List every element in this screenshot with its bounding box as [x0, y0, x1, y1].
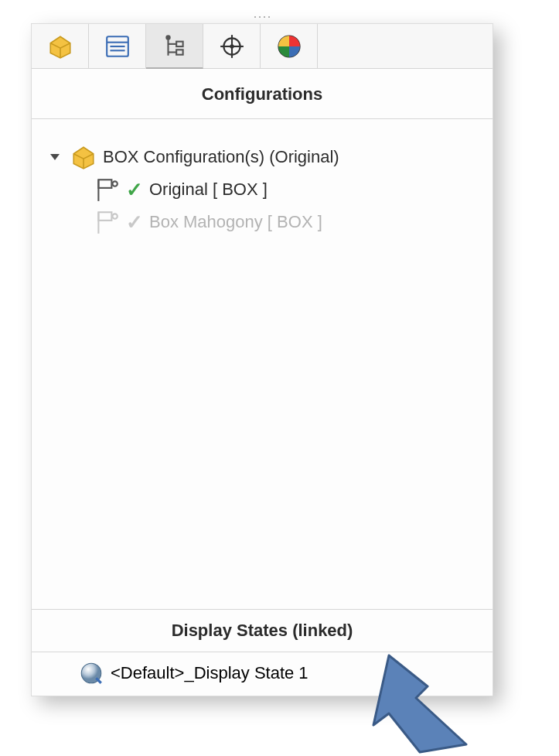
tree-item-inactive[interactable]: ✓ Box Mahogony [ BOX ]: [50, 206, 483, 238]
list-icon: [104, 33, 131, 60]
svg-point-17: [112, 181, 117, 186]
section-title-display-states: Display States (linked): [32, 609, 493, 652]
flag-icon: [94, 209, 120, 235]
tab-display[interactable]: [261, 24, 318, 69]
config-tree-icon: [162, 32, 188, 59]
tab-bar: [32, 24, 493, 69]
svg-rect-19: [98, 212, 111, 221]
configuration-tree: BOX Configuration(s) (Original) ✓ Origin…: [32, 119, 493, 609]
tab-configurations[interactable]: [146, 24, 203, 69]
crosshair-icon: [219, 33, 245, 60]
tab-dimxpert[interactable]: [203, 24, 261, 69]
configuration-panel: Configurations BOX Configuration(s) (Ori…: [31, 23, 493, 696]
flag-icon: [94, 176, 120, 203]
tree-item-active[interactable]: ✓ Original [ BOX ]: [50, 173, 483, 206]
block-icon: [70, 144, 97, 170]
sphere-icon: [78, 660, 104, 686]
caret-down-icon: [50, 154, 60, 160]
svg-point-20: [112, 214, 117, 218]
checkmark-inactive-icon: ✓: [126, 210, 143, 234]
tab-feature[interactable]: [32, 24, 89, 69]
appearance-icon: [276, 33, 302, 60]
tree-root[interactable]: BOX Configuration(s) (Original): [50, 141, 483, 173]
tree-item-label: Original [ BOX ]: [149, 180, 268, 200]
svg-rect-9: [176, 50, 183, 54]
svg-rect-16: [98, 180, 111, 188]
checkmark-active-icon: ✓: [126, 178, 143, 202]
display-state-label: <Default>_Display State 1: [111, 663, 308, 683]
drag-grip[interactable]: [254, 16, 270, 21]
svg-point-5: [165, 35, 170, 39]
block-icon: [47, 33, 73, 60]
tab-properties[interactable]: [89, 24, 146, 69]
svg-rect-7: [176, 42, 183, 46]
display-state-item[interactable]: <Default>_Display State 1: [32, 652, 493, 696]
tree-root-label: BOX Configuration(s) (Original): [103, 147, 339, 167]
tree-item-label: Box Mahogony [ BOX ]: [149, 212, 322, 232]
svg-point-13: [230, 44, 233, 48]
section-title-configurations: Configurations: [32, 69, 493, 119]
